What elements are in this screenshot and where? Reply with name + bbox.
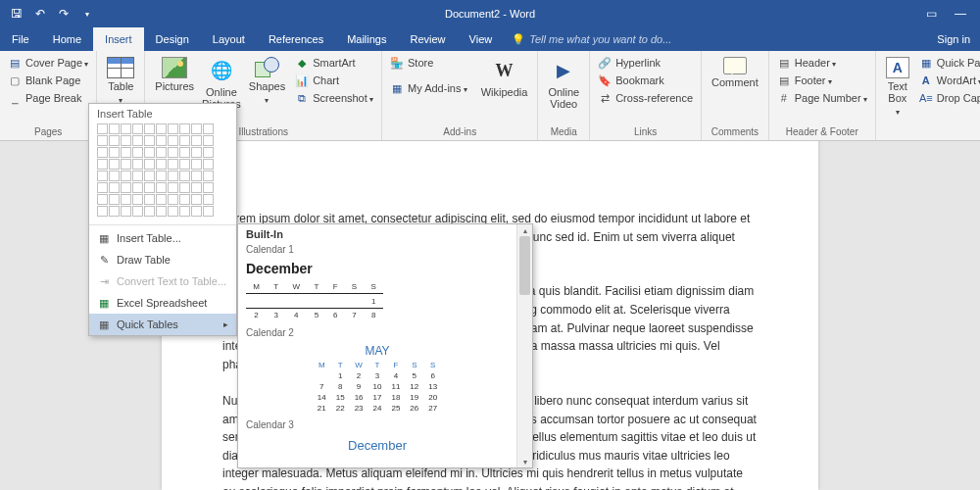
- table-size-grid[interactable]: [89, 123, 236, 222]
- grid-cell[interactable]: [203, 182, 214, 193]
- grid-cell[interactable]: [168, 206, 178, 217]
- grid-cell[interactable]: [121, 194, 131, 205]
- quick-table-calendar-3[interactable]: December: [246, 434, 509, 453]
- grid-cell[interactable]: [179, 135, 190, 146]
- tell-me-search[interactable]: 💡 Tell me what you want to do...: [504, 27, 671, 51]
- page-number-button[interactable]: #Page Number: [775, 90, 869, 106]
- grid-cell[interactable]: [109, 147, 120, 158]
- grid-cell[interactable]: [109, 135, 120, 146]
- chart-button[interactable]: 📊Chart: [293, 73, 375, 88]
- grid-cell[interactable]: [156, 182, 167, 193]
- grid-cell[interactable]: [109, 123, 120, 134]
- tab-mailings[interactable]: Mailings: [335, 27, 398, 51]
- save-icon[interactable]: 🖫: [10, 7, 24, 21]
- grid-cell[interactable]: [179, 123, 190, 134]
- tab-review[interactable]: Review: [399, 27, 458, 51]
- grid-cell[interactable]: [132, 123, 143, 134]
- grid-cell[interactable]: [97, 159, 108, 170]
- online-video-button[interactable]: ▶OnlineVideo: [544, 55, 583, 112]
- grid-cell[interactable]: [97, 123, 108, 134]
- grid-cell[interactable]: [109, 206, 120, 217]
- table-button[interactable]: Table: [103, 55, 138, 108]
- smartart-button[interactable]: ◆SmartArt: [293, 55, 375, 71]
- grid-cell[interactable]: [156, 147, 167, 158]
- grid-cell[interactable]: [132, 171, 143, 181]
- sign-in-link[interactable]: Sign in: [927, 27, 980, 51]
- grid-cell[interactable]: [97, 171, 108, 181]
- minimize-icon[interactable]: —: [955, 7, 966, 21]
- draw-table-menuitem[interactable]: ✎Draw Table: [89, 249, 236, 270]
- tab-file[interactable]: File: [0, 27, 41, 51]
- quick-parts-button[interactable]: ▦Quick Parts: [917, 55, 980, 71]
- grid-cell[interactable]: [132, 182, 143, 193]
- grid-cell[interactable]: [179, 182, 190, 193]
- grid-cell[interactable]: [156, 194, 167, 205]
- grid-cell[interactable]: [179, 206, 190, 217]
- grid-cell[interactable]: [168, 194, 178, 205]
- grid-cell[interactable]: [203, 206, 214, 217]
- grid-cell[interactable]: [191, 171, 202, 181]
- shapes-button[interactable]: Shapes: [245, 55, 289, 108]
- tab-references[interactable]: References: [257, 27, 335, 51]
- screenshot-button[interactable]: ⧉Screenshot: [293, 90, 375, 106]
- grid-cell[interactable]: [191, 147, 202, 158]
- grid-cell[interactable]: [132, 206, 143, 217]
- grid-cell[interactable]: [168, 171, 178, 181]
- grid-cell[interactable]: [179, 147, 190, 158]
- grid-cell[interactable]: [132, 147, 143, 158]
- hyperlink-button[interactable]: 🔗Hyperlink: [596, 55, 695, 71]
- grid-cell[interactable]: [168, 147, 178, 158]
- cross-reference-button[interactable]: ⇄Cross-reference: [596, 90, 695, 106]
- grid-cell[interactable]: [144, 147, 155, 158]
- drop-cap-button[interactable]: A≡Drop Cap: [917, 90, 980, 106]
- grid-cell[interactable]: [132, 159, 143, 170]
- redo-icon[interactable]: ↷: [57, 7, 71, 21]
- tab-layout[interactable]: Layout: [201, 27, 257, 51]
- grid-cell[interactable]: [168, 182, 178, 193]
- grid-cell[interactable]: [144, 159, 155, 170]
- grid-cell[interactable]: [97, 194, 108, 205]
- gallery-scrollbar[interactable]: ▴ ▾: [516, 224, 532, 467]
- grid-cell[interactable]: [191, 135, 202, 146]
- grid-cell[interactable]: [168, 123, 178, 134]
- page-break-button[interactable]: ⎯Page Break: [6, 90, 90, 106]
- store-button[interactable]: 🏪Store: [388, 55, 469, 71]
- grid-cell[interactable]: [109, 194, 120, 205]
- header-button[interactable]: ▤Header: [775, 55, 869, 71]
- grid-cell[interactable]: [121, 159, 131, 170]
- ribbon-display-options-icon[interactable]: ▭: [926, 7, 937, 21]
- grid-cell[interactable]: [144, 123, 155, 134]
- grid-cell[interactable]: [203, 194, 214, 205]
- grid-cell[interactable]: [203, 171, 214, 181]
- grid-cell[interactable]: [97, 147, 108, 158]
- grid-cell[interactable]: [97, 206, 108, 217]
- quick-table-calendar-1[interactable]: December MTWTFSS 1 2345678: [246, 259, 509, 321]
- grid-cell[interactable]: [144, 194, 155, 205]
- qat-customize-icon[interactable]: ▾: [80, 7, 94, 21]
- grid-cell[interactable]: [156, 135, 167, 146]
- grid-cell[interactable]: [203, 159, 214, 170]
- scroll-down-icon[interactable]: ▾: [517, 456, 532, 467]
- grid-cell[interactable]: [121, 123, 131, 134]
- grid-cell[interactable]: [144, 171, 155, 181]
- grid-cell[interactable]: [203, 123, 214, 134]
- grid-cell[interactable]: [144, 135, 155, 146]
- grid-cell[interactable]: [97, 135, 108, 146]
- grid-cell[interactable]: [121, 182, 131, 193]
- grid-cell[interactable]: [109, 159, 120, 170]
- grid-cell[interactable]: [109, 171, 120, 181]
- comment-button[interactable]: Comment: [708, 55, 762, 90]
- quick-table-calendar-2[interactable]: MAY MTWTFSS 1234567891011121314151617181…: [246, 342, 509, 414]
- wordart-button[interactable]: AWordArt: [917, 73, 980, 88]
- cover-page-button[interactable]: ▤Cover Page: [6, 55, 90, 71]
- bookmark-button[interactable]: 🔖Bookmark: [596, 73, 695, 88]
- tab-view[interactable]: View: [458, 27, 505, 51]
- text-box-button[interactable]: ATextBox: [882, 55, 913, 120]
- insert-table-menuitem[interactable]: ▦Insert Table...: [89, 227, 236, 249]
- grid-cell[interactable]: [156, 159, 167, 170]
- grid-cell[interactable]: [156, 171, 167, 181]
- blank-page-button[interactable]: ▢Blank Page: [6, 73, 90, 88]
- tab-design[interactable]: Design: [144, 27, 201, 51]
- grid-cell[interactable]: [179, 159, 190, 170]
- tab-insert[interactable]: Insert: [93, 27, 144, 51]
